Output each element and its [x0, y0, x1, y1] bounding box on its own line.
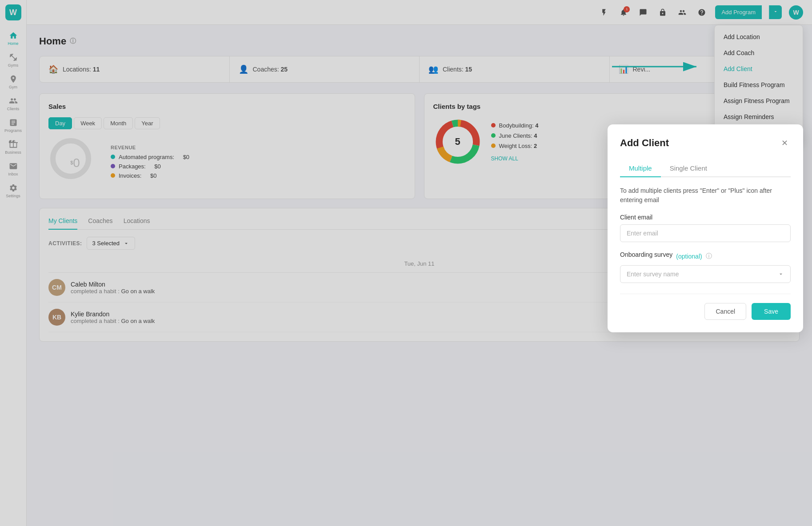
survey-label: Onboarding survey — [620, 251, 672, 258]
email-input[interactable] — [620, 224, 791, 242]
modal-title: Add Client — [620, 137, 669, 149]
modal-tab-single[interactable]: Single Client — [661, 160, 716, 177]
email-label: Client email — [620, 214, 791, 221]
survey-optional: (optional) — [676, 253, 702, 260]
cancel-button[interactable]: Cancel — [704, 303, 746, 320]
modal-footer: Cancel Save — [620, 294, 791, 320]
modal-tabs: Multiple Single Client — [620, 160, 791, 177]
survey-select[interactable]: Enter survey name — [620, 265, 791, 283]
modal-close-button[interactable]: ✕ — [778, 137, 791, 149]
survey-info-icon[interactable]: ⓘ — [706, 252, 712, 260]
modal-tab-multiple[interactable]: Multiple — [620, 160, 661, 177]
add-client-modal: Add Client ✕ Multiple Single Client To a… — [608, 124, 803, 332]
survey-placeholder: Enter survey name — [627, 271, 679, 278]
save-button[interactable]: Save — [752, 303, 791, 320]
modal-hint: To add multiple clients press "Enter" or… — [620, 186, 791, 205]
modal-header: Add Client ✕ — [620, 137, 791, 149]
app-container: W Home Gyms Gym Clients Programs Busines… — [0, 0, 812, 526]
survey-label-row: Onboarding survey (optional) ⓘ — [620, 251, 791, 262]
